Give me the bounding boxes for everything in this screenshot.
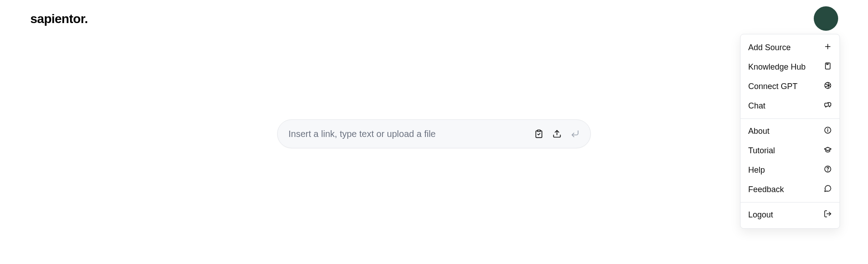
chat-bubble-icon bbox=[824, 184, 832, 195]
svg-point-10 bbox=[828, 170, 828, 171]
book-icon bbox=[824, 62, 832, 72]
openai-icon bbox=[824, 81, 832, 92]
menu-item-label: Knowledge Hub bbox=[748, 62, 806, 72]
logout-icon bbox=[824, 210, 832, 220]
chats-icon bbox=[824, 101, 832, 111]
upload-icon[interactable] bbox=[552, 129, 561, 138]
menu-item-add-source[interactable]: Add Source bbox=[741, 38, 840, 57]
menu-item-about[interactable]: About bbox=[741, 122, 840, 141]
menu-item-label: Chat bbox=[748, 101, 765, 111]
menu-item-feedback[interactable]: Feedback bbox=[741, 180, 840, 199]
menu-item-help[interactable]: Help bbox=[741, 160, 840, 180]
brand-logo[interactable]: sapientor. bbox=[30, 12, 88, 26]
menu-item-label: Tutorial bbox=[748, 146, 775, 156]
menu-item-label: Help bbox=[748, 165, 765, 175]
menu-item-tutorial[interactable]: Tutorial bbox=[741, 141, 840, 160]
menu-item-label: Connect GPT bbox=[748, 82, 797, 91]
main-input-container bbox=[277, 119, 591, 148]
info-icon bbox=[824, 126, 832, 137]
menu-item-label: Add Source bbox=[748, 43, 791, 52]
svg-point-5 bbox=[825, 82, 831, 89]
menu-item-label: About bbox=[748, 127, 769, 136]
menu-item-label: Feedback bbox=[748, 185, 784, 194]
plus-icon bbox=[824, 42, 832, 53]
menu-item-knowledge-hub[interactable]: Knowledge Hub bbox=[741, 57, 840, 77]
menu-item-logout[interactable]: Logout bbox=[741, 205, 840, 225]
grad-cap-icon bbox=[824, 146, 832, 156]
enter-icon[interactable] bbox=[571, 129, 580, 138]
user-avatar[interactable] bbox=[814, 6, 838, 31]
svg-rect-0 bbox=[538, 130, 541, 132]
clipboard-icon[interactable] bbox=[534, 129, 543, 138]
user-menu: Add Source Knowledge Hub Connect GPT bbox=[740, 34, 840, 229]
menu-item-chat[interactable]: Chat bbox=[741, 96, 840, 116]
menu-item-connect-gpt[interactable]: Connect GPT bbox=[741, 77, 840, 96]
help-icon bbox=[824, 165, 832, 175]
menu-separator bbox=[741, 118, 840, 119]
menu-separator bbox=[741, 202, 840, 203]
main-input[interactable] bbox=[288, 129, 529, 139]
input-action-icons bbox=[534, 129, 580, 138]
menu-item-label: Logout bbox=[748, 210, 773, 220]
svg-point-8 bbox=[828, 129, 828, 129]
